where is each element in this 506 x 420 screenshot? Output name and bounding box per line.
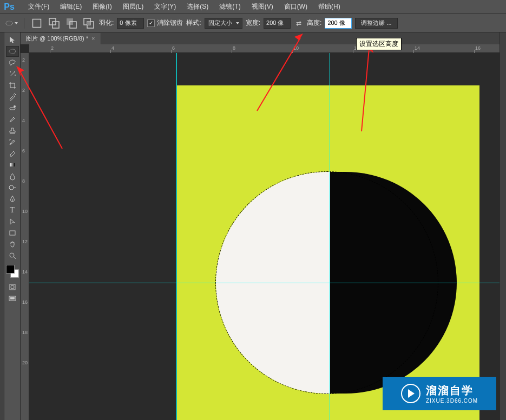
style-dropdown[interactable]: 固定大小 — [205, 18, 242, 29]
svg-rect-8 — [87, 22, 90, 25]
gradient-tool-icon[interactable] — [6, 159, 19, 170]
watermark-title: 溜溜自学 — [426, 383, 478, 398]
menu-image[interactable]: 图像(I) — [87, 2, 117, 11]
annotation-arrow-3 — [352, 42, 379, 134]
feather-input[interactable] — [117, 18, 144, 29]
guide-vertical[interactable] — [330, 53, 330, 420]
width-input[interactable] — [264, 18, 291, 29]
svg-point-9 — [9, 49, 16, 54]
tool-preset-icon[interactable] — [4, 17, 18, 29]
panel-strip[interactable] — [500, 32, 506, 420]
close-icon[interactable]: × — [91, 35, 95, 42]
selection-subtract-icon[interactable] — [64, 17, 78, 29]
menu-select[interactable]: 选择(S) — [181, 2, 214, 11]
menu-view[interactable]: 视图(V) — [246, 2, 279, 11]
foreground-color-icon — [6, 265, 15, 274]
menu-layer[interactable]: 图层(L) — [117, 2, 149, 11]
svg-rect-16 — [10, 231, 15, 235]
swap-wh-icon[interactable]: ⇄ — [294, 19, 304, 27]
shape-tool-icon[interactable] — [6, 228, 19, 238]
ellipse-marquee-tool-icon[interactable] — [6, 46, 19, 57]
selection-add-icon[interactable] — [47, 17, 61, 29]
style-label: 样式: — [186, 18, 201, 28]
menu-type[interactable]: 文字(Y) — [149, 2, 181, 11]
menu-edit[interactable]: 编辑(E) — [55, 2, 87, 11]
quickmask-tool-icon[interactable] — [6, 282, 19, 292]
zoom-tool-icon[interactable] — [6, 250, 19, 261]
antialias-label: 消除锯齿 — [157, 18, 183, 28]
menu-window[interactable]: 窗口(W) — [279, 2, 313, 11]
svg-rect-14 — [10, 163, 15, 166]
svg-line-24 — [362, 49, 369, 131]
tooltip: 设置选区高度 — [356, 38, 402, 50]
refine-edge-button[interactable]: 调整边缘 ... — [355, 18, 397, 29]
play-icon — [401, 384, 420, 403]
annotation-arrow-2 — [249, 32, 308, 114]
color-swatch[interactable] — [6, 265, 19, 278]
guide-horizontal[interactable] — [29, 283, 506, 283]
svg-point-0 — [6, 21, 12, 25]
watermark: 溜溜自学 ZIXUE.3D66.COM — [383, 377, 496, 410]
svg-rect-1 — [33, 19, 41, 27]
guide-vertical-2[interactable] — [176, 53, 177, 420]
pen-tool-icon[interactable] — [6, 194, 19, 204]
options-bar: 羽化: ✓ 消除锯齿 样式: 固定大小 宽度: ⇄ 高度: 调整边缘 ... — [0, 14, 506, 32]
svg-point-15 — [9, 185, 14, 190]
selection-new-icon[interactable] — [30, 17, 44, 29]
feather-label: 羽化: — [99, 18, 114, 28]
check-icon: ✓ — [147, 19, 155, 27]
menu-help[interactable]: 帮助(H) — [313, 2, 346, 11]
tool-column-strip — [0, 32, 4, 420]
screenmode-tool-icon[interactable] — [6, 293, 19, 304]
height-label: 高度: — [307, 18, 321, 28]
svg-point-17 — [10, 253, 14, 257]
annotation-arrow-1 — [14, 65, 68, 151]
ps-logo: Ps — [2, 1, 16, 13]
svg-line-23 — [257, 38, 300, 111]
blur-tool-icon[interactable] — [6, 171, 19, 182]
watermark-url: ZIXUE.3D66.COM — [426, 398, 478, 404]
menu-file[interactable]: 文件(F) — [23, 2, 55, 11]
path-selection-tool-icon[interactable] — [6, 216, 19, 227]
selection-intersect-icon[interactable] — [82, 17, 96, 29]
width-label: 宽度: — [246, 18, 260, 28]
menubar: Ps 文件(F) 编辑(E) 图像(I) 图层(L) 文字(Y) 选择(S) 滤… — [0, 0, 506, 14]
document-tab[interactable]: 图片 @ 100%(RGB/8) * × — [21, 33, 101, 44]
dodge-tool-icon[interactable] — [6, 182, 19, 193]
antialias-check[interactable]: ✓ 消除锯齿 — [147, 18, 183, 28]
menu-filter[interactable]: 滤镜(T) — [214, 2, 246, 11]
type-tool-icon[interactable]: T — [6, 205, 19, 216]
svg-point-19 — [11, 285, 14, 289]
height-input[interactable] — [325, 18, 352, 29]
svg-line-22 — [20, 71, 62, 149]
tab-title: 图片 @ 100%(RGB/8) * — [26, 35, 88, 43]
svg-rect-21 — [10, 297, 15, 299]
move-tool-icon[interactable] — [6, 35, 19, 45]
svg-point-10 — [10, 71, 11, 72]
hand-tool-icon[interactable] — [6, 239, 19, 250]
